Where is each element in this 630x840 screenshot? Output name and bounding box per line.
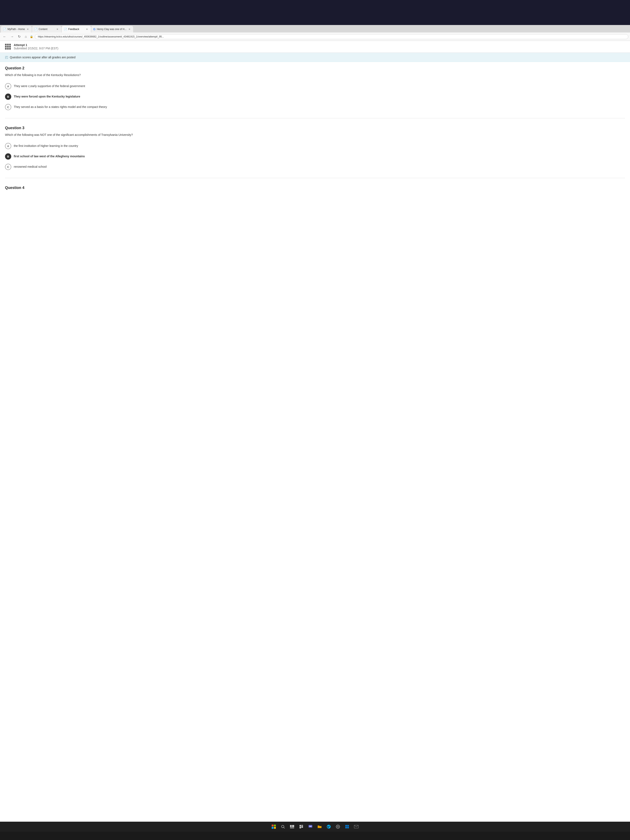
search-icon xyxy=(281,824,285,829)
address-bar: ← → ↻ ⌂ 🔒 xyxy=(0,33,630,41)
question-4-number: Question 4 xyxy=(5,186,625,190)
tab-google-icon: G xyxy=(93,27,96,31)
settings-button[interactable] xyxy=(335,824,341,830)
svg-rect-17 xyxy=(347,827,349,829)
tab-mypath-icon: 📄 xyxy=(3,28,6,31)
tab-bar: 📄 MyPath - Home × 📄 Content × 📄 Feedback… xyxy=(0,25,630,33)
tab-feedback-close[interactable]: × xyxy=(85,27,88,31)
question-3-option-a-circle: A xyxy=(5,143,11,149)
svg-point-12 xyxy=(311,826,312,827)
question-3-block: Question 3 Which of the following was NO… xyxy=(5,126,625,178)
svg-rect-14 xyxy=(346,825,347,827)
svg-rect-4 xyxy=(290,827,294,828)
file-explorer-button[interactable] xyxy=(317,824,322,830)
tab-content-label: Content xyxy=(39,28,47,31)
tab-google-label: Henry Clay was one of H... xyxy=(97,28,126,31)
question-3-option-a-label: the first institution of higher learning… xyxy=(14,144,78,148)
desktop-top-area xyxy=(0,0,630,25)
tab-content[interactable]: 📄 Content × xyxy=(32,26,61,33)
question-3-option-a[interactable]: A the first institution of higher learni… xyxy=(5,141,625,151)
question-2-option-b[interactable]: B They were forced upon the Kentucky leg… xyxy=(5,92,625,102)
attempt-bar: Attempt 1 Submitted 2/15/22, 9:07 PM (ES… xyxy=(0,41,630,53)
svg-rect-5 xyxy=(300,825,301,827)
question-2-option-b-label: They were forced upon the Kentucky legis… xyxy=(14,95,80,99)
question-2-block: Question 2 Which of the following is tru… xyxy=(5,66,625,118)
task-view-icon xyxy=(290,825,294,828)
windows-logo xyxy=(272,824,276,829)
svg-rect-16 xyxy=(346,827,347,829)
question-2-option-c-label: They served as a basis for a states righ… xyxy=(14,105,107,109)
search-button[interactable] xyxy=(280,824,286,830)
svg-point-13 xyxy=(338,826,338,827)
svg-rect-2 xyxy=(290,825,292,827)
windows-start-button[interactable] xyxy=(271,824,277,830)
question-2-option-a-circle: A xyxy=(5,83,11,89)
question-3-option-c[interactable]: C renowned medical school xyxy=(5,162,625,172)
svg-rect-6 xyxy=(302,825,303,826)
svg-rect-15 xyxy=(347,825,349,827)
tab-mypath-label: MyPath - Home xyxy=(8,28,25,31)
lock-icon: 🔒 xyxy=(30,35,33,38)
svg-point-0 xyxy=(281,825,284,828)
question-2-option-c[interactable]: C They served as a basis for a states ri… xyxy=(5,102,625,112)
widgets-icon xyxy=(299,824,303,829)
browser-window: 📄 MyPath - Home × 📄 Content × 📄 Feedback… xyxy=(0,25,630,822)
tab-mypath[interactable]: 📄 MyPath - Home × xyxy=(1,26,32,33)
mail-icon xyxy=(354,825,358,829)
svg-line-1 xyxy=(284,827,285,829)
attempt-date: Submitted 2/15/22, 9:07 PM (EST) xyxy=(14,47,58,50)
tab-feedback-label: Feedback xyxy=(68,28,79,31)
question-3-text: Which of the following was NOT one of th… xyxy=(5,133,625,137)
attempt-label: Attempt 1 xyxy=(14,43,58,47)
taskbar xyxy=(0,822,630,832)
questions-area: Question 2 Which of the following is tru… xyxy=(0,62,630,210)
svg-rect-8 xyxy=(300,827,301,829)
tab-google-close[interactable]: × xyxy=(128,27,131,31)
question-2-option-c-circle: C xyxy=(5,104,11,110)
page-content: Attempt 1 Submitted 2/15/22, 9:07 PM (ES… xyxy=(0,41,630,822)
svg-point-11 xyxy=(310,826,311,827)
svg-rect-7 xyxy=(302,826,303,828)
question-4-block: Question 4 xyxy=(5,186,625,198)
home-button[interactable]: ⌂ xyxy=(24,35,28,39)
refresh-button[interactable]: ↻ xyxy=(17,34,22,39)
store-button[interactable] xyxy=(344,824,350,830)
task-view-button[interactable] xyxy=(289,824,295,830)
file-explorer-icon xyxy=(317,824,322,829)
attempt-info: Attempt 1 Submitted 2/15/22, 9:07 PM (ES… xyxy=(14,43,58,50)
chat-button[interactable] xyxy=(308,824,313,830)
svg-rect-3 xyxy=(292,825,294,827)
question-3-option-b-circle: B xyxy=(5,153,11,159)
store-icon xyxy=(345,824,349,829)
question-2-number: Question 2 xyxy=(5,66,625,70)
tab-google[interactable]: G Henry Clay was one of H... × xyxy=(91,26,133,33)
info-banner-text: Question scores appear after all grades … xyxy=(10,55,76,59)
tab-content-close[interactable]: × xyxy=(55,27,59,31)
settings-icon xyxy=(336,824,340,829)
question-2-text: Which of the following is true of the Ke… xyxy=(5,73,625,77)
url-input[interactable] xyxy=(35,34,628,39)
tab-mypath-close[interactable]: × xyxy=(26,27,29,31)
question-3-option-c-label: renowned medical school xyxy=(14,165,47,169)
grid-icon xyxy=(5,44,11,50)
bottom-dark-area xyxy=(0,832,630,840)
question-3-option-b-label: first school of law west of the Alleghen… xyxy=(14,155,85,158)
question-3-option-b[interactable]: B first school of law west of the Allegh… xyxy=(5,151,625,162)
back-button[interactable]: ← xyxy=(2,35,8,39)
edge-button[interactable] xyxy=(326,824,332,830)
tab-content-icon: 📄 xyxy=(34,28,38,31)
info-icon: ◰ xyxy=(5,55,8,59)
info-banner: ◰ Question scores appear after all grade… xyxy=(0,53,630,62)
question-2-option-b-circle: B xyxy=(5,93,11,100)
tab-feedback-icon: 📄 xyxy=(64,28,67,31)
question-2-option-a[interactable]: A They were c;early supportive of the fe… xyxy=(5,81,625,92)
widgets-button[interactable] xyxy=(298,824,304,830)
edge-icon xyxy=(327,824,331,829)
question-3-option-c-circle: C xyxy=(5,164,11,170)
tab-feedback[interactable]: 📄 Feedback × xyxy=(62,26,91,33)
forward-button[interactable]: → xyxy=(9,35,15,39)
chat-icon xyxy=(308,824,313,829)
question-3-number: Question 3 xyxy=(5,126,625,130)
question-2-option-a-label: They were c;early supportive of the fede… xyxy=(14,84,85,88)
mail-button[interactable] xyxy=(353,824,359,830)
